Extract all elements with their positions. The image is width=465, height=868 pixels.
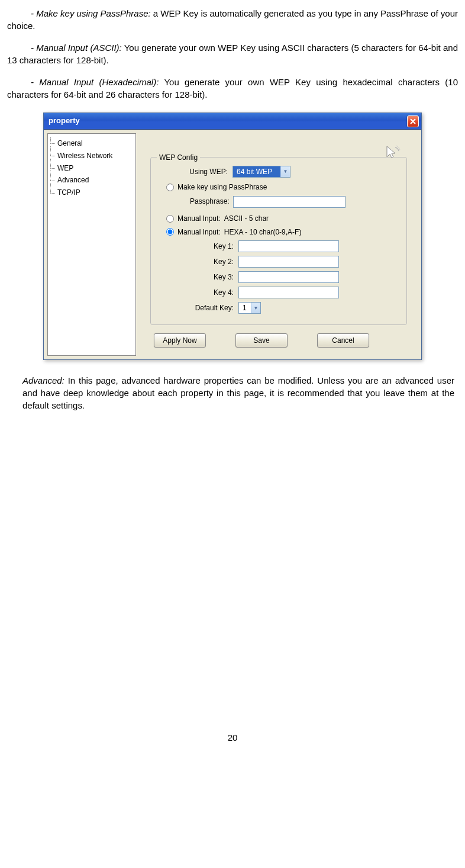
key1-label: Key 1: xyxy=(162,242,238,252)
sidebar-tree[interactable]: General Wireless Network WEP Advanced TC… xyxy=(47,133,136,356)
key4-label: Key 4: xyxy=(162,288,238,298)
default-key-label: Default Key: xyxy=(162,303,238,313)
after-italic: Advanced: xyxy=(22,375,64,385)
property-dialog: property General Wireless Network WEP Ad… xyxy=(43,112,422,360)
default-key-dropdown[interactable]: 1 ▼ xyxy=(238,302,261,314)
p1-italic: - Make key using PassPhrase: xyxy=(31,8,151,18)
radio-hexa-desc: HEXA - 10 char(0-9,A-F) xyxy=(224,227,302,237)
p2-italic: - Manual Input (ASCII): xyxy=(31,43,122,53)
passphrase-label: Passphrase: xyxy=(190,197,230,207)
radio-ascii[interactable] xyxy=(166,215,174,223)
cancel-button[interactable]: Cancel xyxy=(317,333,369,348)
default-key-value: 1 xyxy=(239,303,251,314)
fieldset-legend: WEP Config xyxy=(157,153,200,163)
sidebar-item-general[interactable]: General xyxy=(50,137,133,150)
content-panel: WEP Config Using WEP: 64 bit WEP ▼ Make … xyxy=(140,133,418,356)
key4-input[interactable] xyxy=(238,287,339,298)
close-button[interactable] xyxy=(407,115,419,127)
sidebar-item-advanced[interactable]: Advanced xyxy=(50,174,133,187)
radio-hexa-label: Manual Input: xyxy=(177,227,221,237)
key1-input[interactable] xyxy=(238,240,339,252)
paragraph-ascii: - Manual Input (ASCII): You generate you… xyxy=(7,41,458,66)
titlebar[interactable]: property xyxy=(44,113,421,130)
dialog-screenshot: property General Wireless Network WEP Ad… xyxy=(7,112,458,360)
radio-passphrase-label: Make key using PassPhrase xyxy=(177,182,267,192)
radio-hexa[interactable] xyxy=(166,228,174,236)
radio-ascii-label: Manual Input: xyxy=(177,214,221,224)
titlebar-text: property xyxy=(49,115,80,126)
paragraph-hex: - Manual Input (Hexadecimal): You genera… xyxy=(7,76,458,101)
key3-input[interactable] xyxy=(238,271,339,283)
chevron-down-icon: ▼ xyxy=(280,166,290,177)
chevron-down-icon: ▼ xyxy=(251,303,260,313)
key2-input[interactable] xyxy=(238,256,339,268)
using-wep-value: 64 bit WEP xyxy=(233,166,280,178)
apply-now-button[interactable]: Apply Now xyxy=(154,333,206,348)
using-wep-label: Using WEP: xyxy=(162,167,233,177)
radio-passphrase[interactable] xyxy=(166,184,174,191)
after-rest: In this page, advanced hardware properti… xyxy=(22,375,454,410)
key2-label: Key 2: xyxy=(162,257,238,267)
radio-ascii-desc: ASCII - 5 char xyxy=(224,214,269,224)
close-icon xyxy=(410,118,416,124)
passphrase-input[interactable] xyxy=(233,196,345,208)
page-number: 20 xyxy=(7,731,458,744)
p3-italic: - Manual Input (Hexadecimal): xyxy=(31,77,159,87)
sidebar-item-wep[interactable]: WEP xyxy=(50,162,133,175)
using-wep-dropdown[interactable]: 64 bit WEP ▼ xyxy=(233,166,290,178)
sidebar-item-tcpip[interactable]: TCP/IP xyxy=(50,187,133,199)
save-button[interactable]: Save xyxy=(235,333,288,348)
key3-label: Key 3: xyxy=(162,272,238,282)
paragraph-passphrase: - Make key using PassPhrase: a WEP Key i… xyxy=(7,7,458,32)
sidebar-item-wireless-network[interactable]: Wireless Network xyxy=(50,150,133,162)
paragraph-advanced: Advanced: In this page, advanced hardwar… xyxy=(22,374,454,412)
wep-config-fieldset: WEP Config Using WEP: 64 bit WEP ▼ Make … xyxy=(150,157,407,325)
